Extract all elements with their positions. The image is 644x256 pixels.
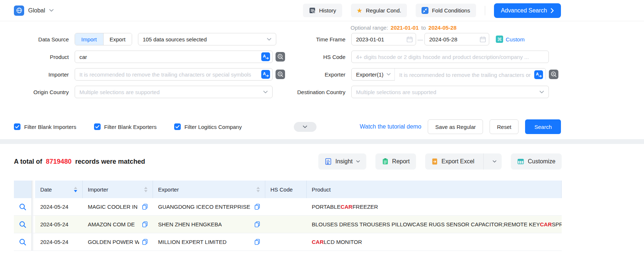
product-input[interactable]: [75, 51, 273, 63]
destination-country-select[interactable]: Multiple selections are supported: [351, 86, 549, 98]
sort-icons[interactable]: [144, 187, 147, 192]
fold-conditions-label: Fold Conditions: [432, 7, 470, 14]
copy-icon[interactable]: [251, 221, 260, 227]
header-cell-product: Product: [307, 181, 562, 198]
history-button[interactable]: History: [303, 4, 342, 17]
hs-code-input[interactable]: [351, 51, 549, 63]
chevron-down-icon: [303, 125, 307, 129]
advanced-search-button[interactable]: Advanced Search: [494, 3, 561, 18]
filter-blank-exporters-checkbox[interactable]: Filter Blank Exporters: [94, 123, 157, 130]
checkbox-icon: [14, 123, 20, 130]
record-count: 8719480: [46, 158, 71, 166]
exporter-type-select[interactable]: Exporter(1): [352, 68, 395, 80]
customize-icon: [517, 158, 524, 165]
header-cell-actions: [14, 181, 31, 198]
reset-button[interactable]: Reset: [490, 119, 518, 134]
translate-icon[interactable]: A: [261, 70, 270, 79]
optional-range-label: Optional range:: [351, 25, 388, 31]
save-as-regular-button[interactable]: Save as Regular: [428, 119, 483, 134]
importer-name[interactable]: AMAZON COM DE: [88, 221, 135, 227]
calendar-icon[interactable]: [479, 36, 486, 43]
importer-input[interactable]: [75, 68, 273, 81]
export-excel-button[interactable]: Export Excel: [425, 153, 480, 170]
regular-cond-label: Regular Cond.: [366, 7, 401, 14]
view-detail-button[interactable]: [19, 238, 27, 246]
filter-row: Filter Blank Importers Filter Blank Expo…: [0, 119, 644, 134]
sort-icons[interactable]: [257, 187, 260, 192]
data-source-export-option[interactable]: Export: [103, 33, 132, 45]
custom-range-button[interactable]: ⌘ Custom: [496, 36, 525, 43]
table-row: 2024-05-24 MAGIC COOLER IN GUANGDONG ICE…: [14, 198, 562, 216]
origin-country-placeholder: Multiple selections are supported: [79, 89, 160, 95]
importer-name[interactable]: GOLDEN POWER W: [88, 239, 139, 245]
copy-icon[interactable]: [251, 239, 260, 245]
exporter-name[interactable]: GUANGDONG ICECO ENTERPRISE: [158, 204, 250, 210]
destination-country-label: Destination Country: [292, 89, 345, 95]
table-row: 2024-05-24 AMAZON COM DE SHEN ZHEN HENGK…: [14, 216, 562, 233]
copy-icon[interactable]: [251, 204, 260, 210]
exporter-match-mode-button[interactable]: [549, 70, 558, 79]
exporter-label: Exporter: [292, 71, 345, 78]
header-cell-exporter[interactable]: Exporter: [153, 181, 265, 198]
origin-country-select[interactable]: Multiple selections are supported: [75, 86, 273, 98]
copy-icon[interactable]: [139, 221, 148, 227]
summary-prefix: A total of: [14, 158, 42, 166]
copy-icon[interactable]: [139, 204, 148, 210]
translate-icon[interactable]: A: [534, 70, 543, 79]
copy-icon[interactable]: [139, 239, 148, 245]
sort-icons[interactable]: [74, 187, 77, 192]
data-sources-select[interactable]: 105 data sources selected: [138, 33, 276, 45]
importer-name[interactable]: MAGIC COOLER IN: [88, 204, 138, 210]
optional-range-end: 2024-05-28: [428, 25, 457, 31]
checkbox-label: Filter Logitics Company: [184, 124, 242, 130]
cell-date: 2024-05-24: [35, 233, 83, 251]
exporter-input[interactable]: [395, 68, 546, 81]
chevron-right-icon: [551, 8, 554, 13]
insight-button[interactable]: BI Insight: [318, 153, 366, 170]
region-selector[interactable]: Global: [14, 5, 54, 16]
exact-match-icon: [276, 57, 285, 63]
command-icon: ⌘: [496, 36, 503, 43]
checkbox-icon: [174, 123, 181, 130]
divider: [483, 153, 484, 170]
exporter-name[interactable]: MILLION EXPERT LIMITED: [158, 239, 226, 245]
export-excel-dropdown[interactable]: [487, 153, 502, 170]
chevron-down-icon: [386, 73, 391, 76]
chevron-down-icon: [49, 9, 54, 12]
column-label: Date: [40, 186, 52, 193]
results-toolbar: BI Insight Report Export Excel: [318, 153, 562, 170]
cell-date: 2024-05-24: [35, 198, 83, 215]
top-bar: Global History ★ Regular Cond. Fold Cond…: [0, 0, 644, 21]
column-label: Importer: [88, 186, 108, 193]
fold-conditions-button[interactable]: Fold Conditions: [416, 4, 476, 17]
product-match-mode-button[interactable]: [276, 52, 285, 62]
search-button[interactable]: Search: [525, 119, 561, 134]
summary-suffix: records were matched: [75, 158, 145, 166]
checkbox-label: Filter Blank Exporters: [104, 124, 157, 130]
tutorial-link[interactable]: Watch the tutorial demo: [360, 123, 421, 130]
customize-button[interactable]: Customize: [511, 153, 562, 170]
expand-conditions-button[interactable]: [294, 122, 317, 132]
translate-icon[interactable]: A: [261, 52, 270, 61]
results-summary: A total of 8719480 records were matched: [14, 158, 145, 166]
fixed-column-gap: [31, 198, 35, 215]
data-source-import-option[interactable]: Import: [75, 33, 103, 45]
filter-blank-importers-checkbox[interactable]: Filter Blank Importers: [14, 123, 76, 130]
view-detail-button[interactable]: [19, 203, 27, 211]
cell-product: PORTABLE CAR FREEZER: [307, 198, 562, 215]
header-cell-hs-code: HS Code: [265, 181, 307, 198]
calendar-icon[interactable]: [406, 36, 413, 43]
importer-match-mode-button[interactable]: [276, 70, 285, 79]
export-excel-group: Export Excel: [425, 153, 502, 170]
fold-icon: [422, 7, 428, 14]
regular-cond-button[interactable]: ★ Regular Cond.: [351, 4, 407, 17]
view-detail-button[interactable]: [19, 220, 27, 229]
time-frame-label: Time Frame: [292, 36, 345, 42]
header-cell-importer[interactable]: Importer: [83, 181, 153, 198]
header-cell-date[interactable]: Date: [35, 181, 83, 198]
filter-logistics-company-checkbox[interactable]: Filter Logitics Company: [174, 123, 242, 130]
exact-match-icon: [549, 75, 558, 80]
report-button[interactable]: Report: [375, 153, 416, 170]
exporter-name[interactable]: SHEN ZHEN HENGKEBA: [158, 221, 222, 227]
table-header: Date Importer Exporter: [14, 181, 562, 198]
